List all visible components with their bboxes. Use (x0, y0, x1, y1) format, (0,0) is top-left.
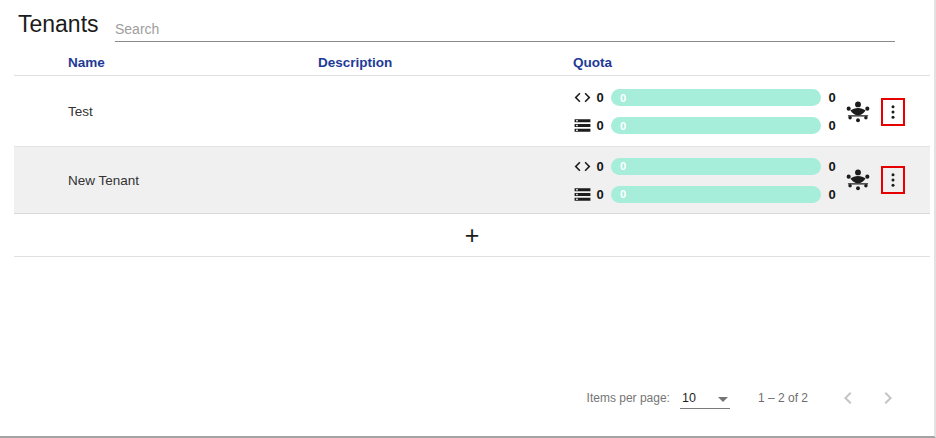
items-per-page-label: Items per page: (587, 391, 670, 405)
quota-limit-value: 0 (828, 187, 836, 202)
code-icon (573, 157, 592, 176)
chevron-right-icon (876, 386, 900, 410)
page-size-select[interactable]: 10 (680, 387, 730, 409)
previous-page-button[interactable] (834, 384, 862, 412)
quota-progress-bar: 0 (611, 117, 821, 134)
row-menu-button[interactable] (881, 98, 905, 126)
column-header-description[interactable]: Description (318, 55, 573, 70)
tenant-users-button[interactable] (845, 167, 871, 193)
search-input[interactable] (115, 16, 895, 42)
dropdown-arrow-icon (718, 397, 728, 402)
quota-bar-value: 0 (620, 188, 626, 200)
quota-used-value: 0 (596, 118, 604, 133)
groups-icon (845, 167, 871, 193)
quota-bar-value: 0 (620, 120, 626, 132)
quota-used-value: 0 (596, 90, 604, 105)
tenant-name: New Tenant (14, 173, 318, 188)
table-row[interactable]: New Tenant 0 0 0 0 (14, 146, 930, 214)
quota-used-value: 0 (596, 159, 604, 174)
quota-used-value: 0 (596, 187, 604, 202)
tenant-name: Test (14, 104, 318, 119)
add-tenant-button[interactable]: + (465, 223, 480, 248)
quota-limit-value: 0 (828, 90, 836, 105)
row-actions (845, 98, 930, 126)
add-row: + (14, 214, 930, 257)
page-size-value: 10 (682, 391, 696, 405)
page-title: Tenants (18, 11, 99, 38)
quota-limit-value: 0 (828, 159, 836, 174)
row-menu-button[interactable] (881, 166, 905, 194)
quota-line: 0 0 0 (573, 89, 845, 106)
column-header-name[interactable]: Name (14, 55, 318, 70)
chevron-left-icon (836, 386, 860, 410)
quota-bar-value: 0 (620, 92, 626, 104)
groups-icon (845, 99, 871, 125)
tenant-users-button[interactable] (845, 99, 871, 125)
storage-icon (573, 185, 592, 204)
quota-cell: 0 0 0 0 0 0 (573, 158, 845, 203)
more-vert-icon (884, 103, 902, 121)
tenants-page: Tenants Name Description Quota Test 0 0 (0, 0, 936, 438)
table-header-row: Name Description Quota (14, 50, 930, 76)
code-icon (573, 88, 592, 107)
quota-line: 0 0 0 (573, 117, 845, 134)
page-range-label: 1 – 2 of 2 (758, 391, 808, 405)
row-actions (845, 166, 930, 194)
table-row[interactable]: Test 0 0 0 0 (14, 77, 930, 146)
storage-icon (573, 116, 592, 135)
quota-limit-value: 0 (828, 118, 836, 133)
quota-bar-value: 0 (620, 160, 626, 172)
quota-progress-bar: 0 (611, 186, 821, 203)
table-body: Test 0 0 0 0 (14, 77, 930, 214)
quota-line: 0 0 0 (573, 158, 845, 175)
quota-progress-bar: 0 (611, 158, 821, 175)
column-header-quota: Quota (573, 55, 845, 70)
quota-cell: 0 0 0 0 0 0 (573, 89, 845, 134)
quota-progress-bar: 0 (611, 89, 821, 106)
paginator: Items per page: 10 1 – 2 of 2 (587, 383, 902, 413)
quota-line: 0 0 0 (573, 186, 845, 203)
next-page-button[interactable] (874, 384, 902, 412)
more-vert-icon (884, 171, 902, 189)
